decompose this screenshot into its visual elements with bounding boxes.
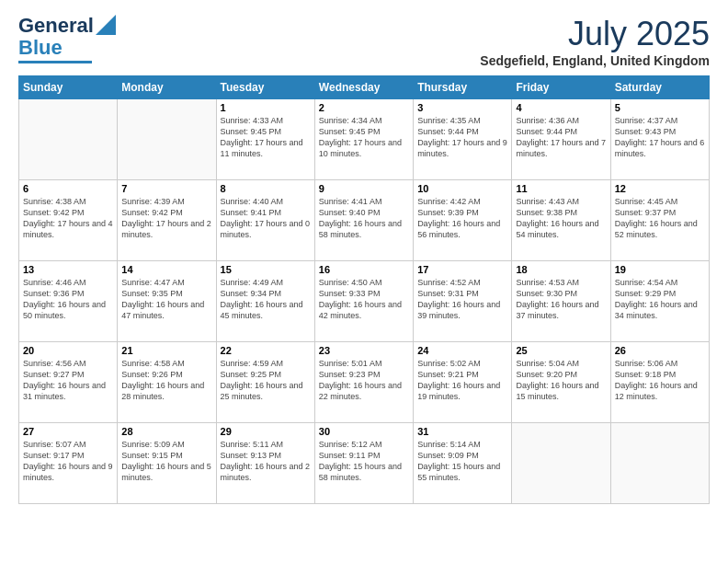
day-number: 18 [516,264,606,275]
day-number: 10 [417,183,507,194]
day-number: 19 [615,264,705,275]
calendar-week-1: 1Sunrise: 4:33 AM Sunset: 9:45 PM Daylig… [19,99,710,180]
day-number: 31 [417,426,507,437]
calendar-cell: 5Sunrise: 4:37 AM Sunset: 9:43 PM Daylig… [610,99,709,180]
day-info: Sunrise: 4:39 AM Sunset: 9:42 PM Dayligh… [121,196,211,241]
day-number: 9 [319,183,409,194]
day-number: 22 [221,345,311,356]
calendar-cell: 16Sunrise: 4:50 AM Sunset: 9:33 PM Dayli… [314,261,413,342]
day-info: Sunrise: 4:50 AM Sunset: 9:33 PM Dayligh… [319,277,409,322]
col-tuesday: Tuesday [216,76,314,99]
calendar-cell: 6Sunrise: 4:38 AM Sunset: 9:42 PM Daylig… [19,180,118,261]
calendar-cell: 26Sunrise: 5:06 AM Sunset: 9:18 PM Dayli… [610,342,709,423]
page: GeneralBlue July 2025 Sedgefield, Englan… [0,0,728,563]
day-info: Sunrise: 4:56 AM Sunset: 9:27 PM Dayligh… [23,358,113,403]
calendar-cell: 28Sunrise: 5:09 AM Sunset: 9:15 PM Dayli… [118,423,216,504]
day-number: 27 [23,426,113,437]
col-monday: Monday [118,76,216,99]
calendar-week-4: 20Sunrise: 4:56 AM Sunset: 9:27 PM Dayli… [19,342,710,423]
day-number: 29 [221,426,311,437]
calendar-cell: 22Sunrise: 4:59 AM Sunset: 9:25 PM Dayli… [216,342,314,423]
col-saturday: Saturday [610,76,709,99]
calendar-header-row: Sunday Monday Tuesday Wednesday Thursday… [19,76,710,99]
calendar-cell: 2Sunrise: 4:34 AM Sunset: 9:45 PM Daylig… [314,99,413,180]
calendar-cell: 3Sunrise: 4:35 AM Sunset: 9:44 PM Daylig… [414,99,512,180]
day-info: Sunrise: 4:38 AM Sunset: 9:42 PM Dayligh… [23,196,113,241]
day-info: Sunrise: 5:02 AM Sunset: 9:21 PM Dayligh… [417,358,507,403]
month-year: July 2025 [480,15,710,53]
day-number: 8 [221,183,311,194]
logo: GeneralBlue [18,15,116,63]
calendar-cell: 18Sunrise: 4:53 AM Sunset: 9:30 PM Dayli… [512,261,610,342]
day-info: Sunrise: 5:04 AM Sunset: 9:20 PM Dayligh… [516,358,606,403]
calendar-cell: 8Sunrise: 4:40 AM Sunset: 9:41 PM Daylig… [216,180,314,261]
day-number: 28 [121,426,211,437]
title-block: July 2025 Sedgefield, England, United Ki… [480,15,710,68]
calendar-cell [512,423,610,504]
day-info: Sunrise: 4:54 AM Sunset: 9:29 PM Dayligh… [615,277,705,322]
day-info: Sunrise: 4:43 AM Sunset: 9:38 PM Dayligh… [516,196,606,241]
day-number: 6 [23,183,113,194]
calendar-cell [610,423,709,504]
col-friday: Friday [512,76,610,99]
calendar-cell: 14Sunrise: 4:47 AM Sunset: 9:35 PM Dayli… [118,261,216,342]
calendar-cell: 31Sunrise: 5:14 AM Sunset: 9:09 PM Dayli… [414,423,512,504]
calendar-cell: 25Sunrise: 5:04 AM Sunset: 9:20 PM Dayli… [512,342,610,423]
day-info: Sunrise: 4:37 AM Sunset: 9:43 PM Dayligh… [615,115,705,160]
day-number: 30 [319,426,409,437]
day-info: Sunrise: 4:33 AM Sunset: 9:45 PM Dayligh… [221,115,311,160]
day-info: Sunrise: 4:42 AM Sunset: 9:39 PM Dayligh… [417,196,507,241]
day-info: Sunrise: 4:35 AM Sunset: 9:44 PM Dayligh… [417,115,507,160]
day-info: Sunrise: 4:58 AM Sunset: 9:26 PM Dayligh… [121,358,211,403]
day-info: Sunrise: 4:46 AM Sunset: 9:36 PM Dayligh… [23,277,113,322]
calendar-cell: 19Sunrise: 4:54 AM Sunset: 9:29 PM Dayli… [610,261,709,342]
calendar-cell: 15Sunrise: 4:49 AM Sunset: 9:34 PM Dayli… [216,261,314,342]
day-number: 16 [319,264,409,275]
col-sunday: Sunday [19,76,118,99]
day-info: Sunrise: 4:41 AM Sunset: 9:40 PM Dayligh… [319,196,409,241]
day-number: 4 [516,102,606,113]
day-number: 11 [516,183,606,194]
day-info: Sunrise: 4:49 AM Sunset: 9:34 PM Dayligh… [221,277,311,322]
calendar-body: 1Sunrise: 4:33 AM Sunset: 9:45 PM Daylig… [19,99,710,504]
day-number: 5 [615,102,705,113]
svg-marker-0 [96,15,116,35]
calendar-cell: 30Sunrise: 5:12 AM Sunset: 9:11 PM Dayli… [314,423,413,504]
calendar-cell: 9Sunrise: 4:41 AM Sunset: 9:40 PM Daylig… [314,180,413,261]
calendar-cell [19,99,118,180]
day-number: 23 [319,345,409,356]
logo-text: GeneralBlue [18,15,94,59]
day-info: Sunrise: 5:09 AM Sunset: 9:15 PM Dayligh… [121,439,211,484]
day-info: Sunrise: 5:01 AM Sunset: 9:23 PM Dayligh… [319,358,409,403]
day-info: Sunrise: 4:40 AM Sunset: 9:41 PM Dayligh… [221,196,311,241]
day-number: 26 [615,345,705,356]
day-info: Sunrise: 4:47 AM Sunset: 9:35 PM Dayligh… [121,277,211,322]
day-info: Sunrise: 5:12 AM Sunset: 9:11 PM Dayligh… [319,439,409,484]
calendar-cell: 10Sunrise: 4:42 AM Sunset: 9:39 PM Dayli… [414,180,512,261]
calendar-cell: 11Sunrise: 4:43 AM Sunset: 9:38 PM Dayli… [512,180,610,261]
location: Sedgefield, England, United Kingdom [480,53,710,68]
calendar-cell: 1Sunrise: 4:33 AM Sunset: 9:45 PM Daylig… [216,99,314,180]
day-number: 1 [221,102,311,113]
calendar-cell: 4Sunrise: 4:36 AM Sunset: 9:44 PM Daylig… [512,99,610,180]
calendar-week-2: 6Sunrise: 4:38 AM Sunset: 9:42 PM Daylig… [19,180,710,261]
calendar-table: Sunday Monday Tuesday Wednesday Thursday… [18,75,710,504]
day-info: Sunrise: 4:52 AM Sunset: 9:31 PM Dayligh… [417,277,507,322]
day-info: Sunrise: 4:59 AM Sunset: 9:25 PM Dayligh… [221,358,311,403]
day-number: 25 [516,345,606,356]
day-number: 14 [121,264,211,275]
calendar-cell: 7Sunrise: 4:39 AM Sunset: 9:42 PM Daylig… [118,180,216,261]
day-number: 21 [121,345,211,356]
header: GeneralBlue July 2025 Sedgefield, Englan… [18,15,710,68]
day-info: Sunrise: 4:36 AM Sunset: 9:44 PM Dayligh… [516,115,606,160]
day-number: 20 [23,345,113,356]
day-info: Sunrise: 5:14 AM Sunset: 9:09 PM Dayligh… [417,439,507,484]
day-number: 7 [121,183,211,194]
day-info: Sunrise: 5:11 AM Sunset: 9:13 PM Dayligh… [221,439,311,484]
day-info: Sunrise: 4:53 AM Sunset: 9:30 PM Dayligh… [516,277,606,322]
day-number: 2 [319,102,409,113]
col-thursday: Thursday [414,76,512,99]
day-number: 17 [417,264,507,275]
calendar-week-3: 13Sunrise: 4:46 AM Sunset: 9:36 PM Dayli… [19,261,710,342]
calendar-week-5: 27Sunrise: 5:07 AM Sunset: 9:17 PM Dayli… [19,423,710,504]
